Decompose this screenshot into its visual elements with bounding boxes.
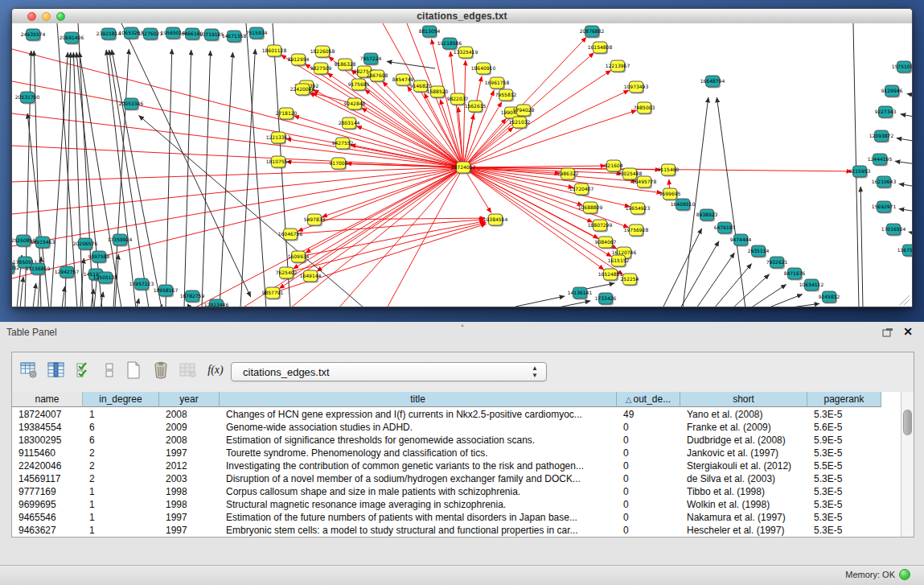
graph-node[interactable]: 5497833 [304,214,326,227]
graph-edge[interactable] [767,295,803,307]
network-window-titlebar[interactable]: citations_edges.txt [12,9,912,24]
graph-edge[interactable] [27,113,49,307]
graph-edge[interactable] [220,52,232,307]
graph-node[interactable]: 7955812 [495,89,517,102]
row-height-icon[interactable] [99,360,120,381]
graph-node[interactable]: 12213967 [606,60,630,73]
graph-edge[interactable] [12,81,463,167]
graph-node[interactable]: 15720407 [569,183,594,196]
graph-node[interactable]: 23921814 [97,28,121,41]
graph-edge[interactable] [78,23,93,307]
graph-node[interactable]: 7485003 [634,102,655,115]
function-icon[interactable]: f(x) [205,360,226,381]
graph-edge[interactable] [240,49,255,307]
float-panel-icon[interactable] [882,327,893,337]
graph-node[interactable]: 7932621 [766,257,788,270]
graph-node[interactable]: 15276021 [138,28,163,41]
graph-edge[interactable] [166,49,172,307]
graph-edge[interactable] [463,60,466,167]
graph-node[interactable]: 10719185 [199,29,224,42]
graph-edge[interactable] [907,93,912,97]
graph-node[interactable]: 20691406 [60,32,84,45]
graph-edge[interactable] [62,286,65,307]
graph-edge[interactable] [463,166,606,167]
graph-node[interactable]: 12093872 [869,130,894,143]
graph-edge[interactable] [696,253,734,307]
graph-node[interactable]: 7625402 [276,267,298,280]
table-settings-icon[interactable] [18,360,39,381]
graph-node[interactable]: 7515934 [246,27,268,40]
graph-edge[interactable] [785,303,819,307]
graph-node[interactable]: 8938923 [696,209,718,222]
graph-edge[interactable] [463,110,637,167]
graph-edge[interactable] [463,167,630,207]
graph-node[interactable]: 6479197 [714,222,736,235]
graph-node[interactable]: 9227343 [875,106,897,119]
graph-node[interactable]: 10973493 [624,81,649,94]
graph-node[interactable]: 1588520 [427,86,449,99]
graph-edge[interactable] [20,277,23,307]
graph-edge[interactable] [897,138,912,142]
graph-edge[interactable] [290,167,463,307]
graph-node[interactable]: 16524851 [598,269,623,282]
column-header-name[interactable]: name [12,392,83,407]
graph-node[interactable]: 18107554 [266,156,291,169]
graph-node[interactable]: 2867608 [367,70,388,83]
table-row[interactable]: 969969511998Structural magnetic resonanc… [12,498,881,511]
graph-node[interactable]: 9427552 [332,138,354,150]
column-header-short[interactable]: short [680,392,807,407]
column-header-year[interactable]: year [159,392,220,407]
graph-node[interactable]: 9215953 [849,166,871,179]
graph-edge[interactable] [246,23,266,307]
graph-node[interactable]: 24935574 [21,29,46,42]
graph-node[interactable]: 16782759 [180,290,205,303]
close-panel-icon[interactable]: ✕ [903,325,913,338]
graph-node[interactable]: 18915463 [31,237,55,249]
graph-node[interactable]: 1609934 [288,251,310,264]
graph-edge[interactable] [714,264,752,307]
graph-edge[interactable] [12,113,463,167]
graph-node[interactable]: 10958167 [154,285,179,298]
graph-edge[interactable] [853,23,859,307]
table-row[interactable]: 1456911722003Disruption of a novel membe… [12,472,881,485]
graph-edge[interactable] [717,97,745,307]
canvas-resize-grip[interactable] [900,295,910,305]
graph-node[interactable]: 14671358 [222,31,247,43]
select-checks-icon[interactable] [73,360,94,381]
graph-node[interactable]: 17957223 [129,278,154,291]
graph-node[interactable]: 8912954 [288,54,310,67]
table-row[interactable]: 2242004622012Investigating the contribut… [12,459,881,472]
delete-trash-icon[interactable] [150,360,171,381]
graph-node[interactable]: 11675327 [897,245,912,257]
graph-node[interactable]: 7957224 [360,53,382,66]
new-file-icon[interactable] [123,360,144,381]
graph-node[interactable]: 16648794 [700,76,725,89]
graph-node[interactable]: 19384554 [483,214,508,227]
graph-node[interactable]: 821604 [605,160,623,173]
graph-node[interactable]: 20531700 [15,92,40,105]
table-row[interactable]: 946554611997Estimation of the future num… [12,511,881,524]
graph-edge[interactable] [680,241,719,307]
graph-edge[interactable] [242,167,463,307]
graph-node[interactable]: 9699695 [659,188,681,201]
graph-edge[interactable] [115,254,118,307]
table-row[interactable]: 946362711997Embryonic stem cells: a mode… [12,524,881,537]
graph-node[interactable]: 2935114 [748,245,770,258]
graph-node[interactable]: 10654112 [799,279,824,292]
graph-node[interactable]: 18226058 [310,46,335,59]
graph-node[interactable]: 1615152 [608,255,630,268]
graph-node[interactable]: 10688809 [578,202,603,215]
graph-node[interactable]: 18807299 [588,220,613,233]
graph-edge[interactable] [515,296,565,307]
graph-node[interactable]: 16046756 [278,229,303,241]
graph-edge[interactable] [450,51,463,167]
graph-node[interactable]: 13325419 [454,47,478,60]
graph-node[interactable]: 18640910 [471,63,496,76]
graph-node[interactable]: 20876882 [580,26,605,39]
graph-node[interactable]: 252254 [621,274,639,286]
graph-node[interactable]: 15751074 [892,61,912,74]
table-selector-dropdown[interactable]: citations_edges.txt ▲▼ [231,362,547,381]
graph-edge[interactable] [387,61,435,68]
graph-node[interactable]: 15692971 [872,201,897,214]
network-graph[interactable]: 2493557420691406239218141065326715276021… [12,23,912,307]
